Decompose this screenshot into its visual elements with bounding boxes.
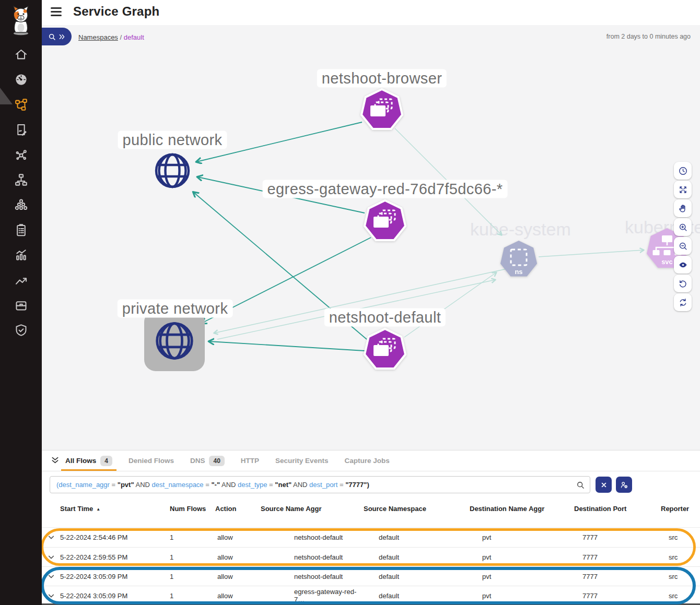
expand-row-icon[interactable] [42,594,60,598]
filter-search-icon[interactable] [576,480,585,492]
zoom-out-button[interactable] [674,237,692,255]
node-label-public-network[interactable]: public network [118,131,227,149]
node-label-egress-gateway[interactable]: egress-gateway-red-76d7f5dc66-* [263,180,508,198]
node-label-netshoot-default[interactable]: netshoot-default [324,309,446,327]
sidebar-item-clusters[interactable] [0,192,42,217]
node-netshoot-browser[interactable] [359,88,404,133]
undo-icon [678,279,688,289]
expand-row-icon[interactable] [42,574,60,579]
flows-panel: All Flows4Denied FlowsDNS40HTTPSecurity … [42,450,700,605]
cell-reporter: src [661,553,700,561]
cell-start-time: 5-22-2024 2:59:55 PM [60,553,170,561]
page-title: Service Graph [73,4,159,19]
filter-token: = [112,481,116,489]
cell-action: allow [215,553,261,561]
cell-source-name-aggr: netshoot-default [261,533,364,541]
tab-dns[interactable]: DNS40 [190,450,225,471]
cell-action: allow [215,592,261,600]
sidebar [0,0,42,605]
tab-capture-jobs[interactable]: Capture Jobs [344,450,389,471]
column-header-destination-name-aggr[interactable]: Destination Name Aggr [470,505,574,527]
column-header-destination-port[interactable]: Destination Port [574,505,661,527]
column-header-reporter[interactable]: Reporter [661,505,700,527]
node-label-private-network[interactable]: private network [118,300,233,318]
tab-label: All Flows [65,457,96,465]
column-header-num-flows[interactable]: Num Flows [170,505,215,527]
sidebar-item-trends[interactable] [0,267,42,292]
cell-destination-port: 7777 [574,553,661,561]
flow-row-2[interactable]: 5-22-2024 2:59:55 PM1allownetshoot-defau… [42,547,700,566]
tab-label: Security Events [275,457,328,465]
zoom-out-icon [678,241,688,251]
edge-netshoot-default-to-private-network[interactable] [209,341,365,351]
sidebar-item-home[interactable] [0,42,42,67]
time-button[interactable] [674,162,692,180]
sidebar-item-analytics[interactable] [0,242,42,267]
refresh-button[interactable] [674,293,692,311]
breadcrumb-separator: / [120,33,122,41]
flow-row-1[interactable]: 5-22-2024 2:54:46 PM1allownetshoot-defau… [42,528,700,547]
search-pill[interactable] [42,28,72,45]
column-header-start-time[interactable]: Start Time▲ [60,505,170,527]
node-private-network[interactable] [144,311,205,371]
calico-cat-logo[interactable] [9,5,32,35]
breadcrumb-namespaces-link[interactable]: Namespaces [78,33,118,41]
filter-token: AND [221,481,236,489]
graph-toolbar [674,162,692,312]
sidebar-item-network[interactable] [0,167,42,192]
node-label-netshoot-browser[interactable]: netshoot-browser [317,69,447,88]
menu-icon[interactable] [51,7,62,17]
clusters-icon [14,198,28,212]
sidebar-nav [0,42,42,342]
sidebar-item-dashboard[interactable] [0,67,42,92]
sidebar-item-manage[interactable] [0,292,42,317]
expand-row-icon[interactable] [42,535,60,540]
filter-input[interactable]: (dest_name_aggr = "pvt" AND dest_namespa… [50,476,590,493]
column-header-source-namespace[interactable]: Source Namespace [364,505,470,527]
sidebar-item-security[interactable] [0,317,42,342]
sidebar-item-service-graph[interactable] [0,92,42,117]
fit-screen-icon [678,185,688,195]
expand-row-icon[interactable] [42,555,60,560]
filter-token: dest_port [309,481,337,489]
user-settings-button[interactable] [616,477,632,493]
tab-http[interactable]: HTTP [241,450,259,471]
filter-token: "pvt" [118,481,134,489]
filter-token: AND [136,481,150,489]
close-icon [599,480,609,490]
flow-row-4[interactable]: 5-22-2024 3:05:09 PM1allowegress-gateway… [42,586,700,605]
service-graph-icon [14,98,28,112]
cell-destination-name-aggr: pvt [470,553,574,561]
column-header-action[interactable]: Action [215,505,261,527]
column-header-source-name-aggr[interactable]: Source Name Aggr [261,505,364,527]
sidebar-item-compliance[interactable] [0,217,42,242]
fit-screen-button[interactable] [674,181,692,198]
service-graph-canvas[interactable]: kube-systemkubernetes netshoot-browserpu… [42,25,700,450]
node-netshoot-default[interactable] [363,327,407,372]
tab-security-events[interactable]: Security Events [275,450,328,471]
cell-action: allow [215,533,261,541]
node-egress-gateway[interactable] [363,199,407,244]
sidebar-item-policies[interactable] [0,117,42,142]
visibility-button[interactable] [674,256,692,274]
collapse-panel-icon[interactable] [50,456,60,468]
cell-source-name-aggr: egress-gateway-red-7… [261,588,364,603]
tab-denied-flows[interactable]: Denied Flows [129,450,174,471]
undo-button[interactable] [674,275,692,292]
cell-destination-port: 7777 [574,573,661,580]
filter-token: = [205,481,209,489]
node-kube-system-ns[interactable]: ns [499,240,539,279]
edge-kube-system-ns-to-kubernetes-svc[interactable] [539,250,644,257]
tab-count-badge: 40 [209,456,224,466]
clear-filter-button[interactable] [596,477,612,493]
pan-button[interactable] [674,199,692,217]
zoom-in-button[interactable] [674,218,692,236]
node-public-network[interactable] [151,150,193,192]
sidebar-item-endpoints[interactable] [0,142,42,167]
filter-token: = [269,481,273,489]
refresh-icon [678,298,688,307]
tab-label: Capture Jobs [344,457,389,465]
dashboard-icon [14,73,28,87]
tab-all-flows[interactable]: All Flows4 [65,450,112,471]
flow-row-3[interactable]: 5-22-2024 3:05:09 PM1allownetshoot-defau… [42,566,700,586]
